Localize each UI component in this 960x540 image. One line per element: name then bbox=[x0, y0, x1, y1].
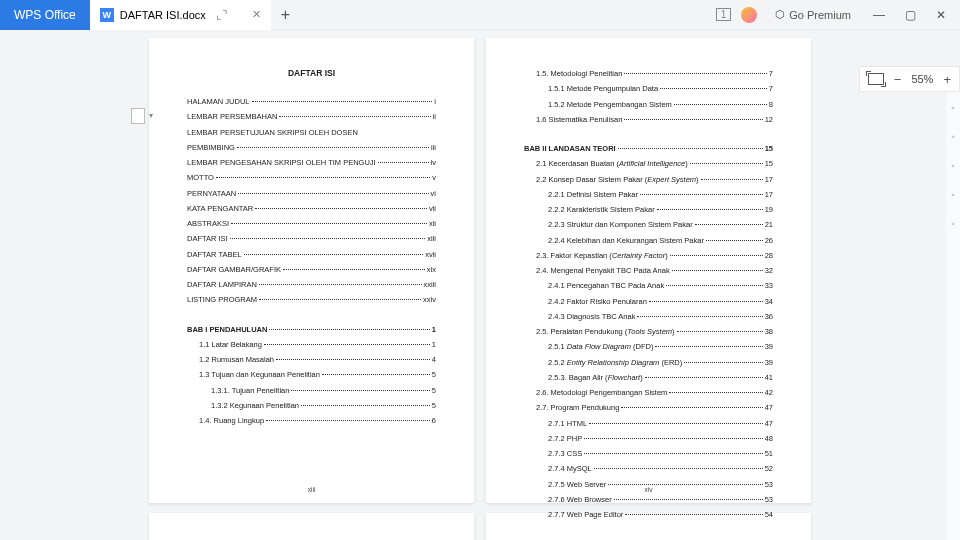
toc-line: 1.5.2 Metode Pengembangan Sistem8 bbox=[524, 99, 773, 110]
toc-line: 2.2.3 Struktur dan Komponen Sistem Pakar… bbox=[524, 219, 773, 230]
toc-line: HALAMAN JUDULi bbox=[187, 96, 436, 107]
toc-line: 2.7.6 Web Browser53 bbox=[524, 494, 773, 505]
titlebar: WPS Office W DAFTAR ISI.docx ⌞⌝ ✕ + 1 ⬡ … bbox=[0, 0, 960, 30]
sidetool-1[interactable]: ◦ bbox=[951, 102, 955, 113]
word-doc-icon: W bbox=[100, 8, 114, 22]
page-xv-stub bbox=[149, 513, 474, 540]
toc-line: 1.1 Latar Belakang1 bbox=[187, 339, 436, 350]
notification-badge[interactable]: 1 bbox=[716, 8, 732, 21]
toc-line: MOTTOv bbox=[187, 172, 436, 183]
page-xiii: DAFTAR ISI HALAMAN JUDULiLEMBAR PERSEMBA… bbox=[149, 38, 474, 503]
zoom-toolbar: − 55% + bbox=[859, 66, 960, 92]
toc-line: 2.7. Program Pendukung47 bbox=[524, 402, 773, 413]
toc-line: 2.2.1 Definisi Sistem Pakar17 bbox=[524, 189, 773, 200]
toc-bab2-head: BAB II LANDASAN TEORI15 bbox=[524, 143, 773, 154]
toc-line: 1.3.1. Tujuan Penelitian5 bbox=[187, 385, 436, 396]
toc-line: 2.7.7 Web Page Editor54 bbox=[524, 509, 773, 520]
toc-line: 2.7.4 MySQL52 bbox=[524, 463, 773, 474]
toc-line: PERNYATAANvi bbox=[187, 188, 436, 199]
toc-line: 2.2.2 Karakteristik Sistem Pakar19 bbox=[524, 204, 773, 215]
sidetool-3[interactable]: ◦ bbox=[951, 160, 955, 171]
toc-line: 1.4. Ruang Lingkup6 bbox=[187, 415, 436, 426]
crown-icon: ⬡ bbox=[775, 8, 785, 21]
toc-line: PEMBIMBINGiii bbox=[187, 142, 436, 153]
fit-page-icon[interactable] bbox=[868, 73, 884, 85]
toc-title: DAFTAR ISI bbox=[187, 68, 436, 78]
toc-bab1-head: BAB I PENDAHULUAN1 bbox=[187, 324, 436, 335]
new-tab-button[interactable]: + bbox=[271, 6, 300, 24]
toc-line: 2.2 Konsep Dasar Sistem Pakar (Expert Sy… bbox=[524, 174, 773, 185]
toc-line: 1.5.1 Metode Pengumpulan Data7 bbox=[524, 83, 773, 94]
toc-line: DAFTAR LAMPIRANxxiii bbox=[187, 279, 436, 290]
toc-line: 1.3 Tujuan dan Kegunaan Penelitian5 bbox=[187, 369, 436, 380]
toc-line: 2.4.2 Faktor Risiko Penularan34 bbox=[524, 296, 773, 307]
page-number: xiv bbox=[486, 486, 811, 493]
toc-line: 2.7.3 CSS51 bbox=[524, 448, 773, 459]
toc-line: 2.3. Faktor Kepastian (Certainty Factor)… bbox=[524, 250, 773, 261]
close-window-button[interactable]: ✕ bbox=[932, 6, 950, 24]
toc-line: 1.5. Metodologi Penelitian7 bbox=[524, 68, 773, 79]
page-outline-icon[interactable] bbox=[131, 108, 145, 124]
toc-line: ABSTRAKSIxii bbox=[187, 218, 436, 229]
toc-line: 2.6. Metodologi Pengembangan Sistem42 bbox=[524, 387, 773, 398]
zoom-value: 55% bbox=[911, 73, 933, 85]
maximize-button[interactable]: ▢ bbox=[901, 6, 920, 24]
toc-line: 1.3.2 Kegunaan Penelitian5 bbox=[187, 400, 436, 411]
toc-line: DAFTAR GAMBAR/GRAFIKxix bbox=[187, 264, 436, 275]
toc-line: LEMBAR PENGESAHAN SKRIPSI OLEH TIM PENGU… bbox=[187, 157, 436, 168]
user-avatar[interactable] bbox=[741, 7, 757, 23]
tab-wps-home[interactable]: WPS Office bbox=[0, 0, 90, 30]
go-premium-button[interactable]: ⬡ Go Premium bbox=[767, 5, 859, 24]
page-number: xiii bbox=[149, 486, 474, 493]
toc-line: LISTING PROGRAMxxiv bbox=[187, 294, 436, 305]
toc-line: 2.4.1 Pencegahan TBC Pada Anak33 bbox=[524, 280, 773, 291]
toc-line: 2.5.2 Entity Relationship Diagram (ERD)3… bbox=[524, 357, 773, 368]
toc-line: 2.4.3 Diagnosis TBC Anak36 bbox=[524, 311, 773, 322]
toc-line: 2.5. Peralatan Pendukung (Tools System)3… bbox=[524, 326, 773, 337]
sidetool-4[interactable]: ◦ bbox=[951, 189, 955, 200]
toc-line: 1.2 Rumusan Masalah4 bbox=[187, 354, 436, 365]
right-sidetools: ◦ ◦ ◦ ◦ ◦ bbox=[946, 92, 960, 540]
zoom-in-button[interactable]: + bbox=[943, 72, 951, 87]
tab-doc-title: DAFTAR ISI.docx bbox=[120, 9, 206, 21]
minimize-button[interactable]: — bbox=[869, 6, 889, 24]
tab-document[interactable]: W DAFTAR ISI.docx ⌞⌝ ✕ bbox=[90, 0, 271, 30]
toc-line: 2.5.1 Data Flow Diagram (DFD)39 bbox=[524, 341, 773, 352]
toc-line: 1.6 Sistematika Penulisan12 bbox=[524, 114, 773, 125]
toc-line: LEMBAR PERSETUJUAN SKRIPSI OLEH DOSEN bbox=[187, 127, 436, 138]
document-viewport: − 55% + ◦ ◦ ◦ ◦ ◦ DAFTAR ISI HALAMAN JUD… bbox=[0, 30, 960, 540]
toc-bab1-items: 1.1 Latar Belakang11.2 Rumusan Masalah41… bbox=[187, 339, 436, 427]
close-tab-button[interactable]: ✕ bbox=[252, 8, 261, 21]
zoom-out-button[interactable]: − bbox=[894, 72, 902, 87]
toc-line: DAFTAR TABELxvii bbox=[187, 249, 436, 260]
toc-line: 2.7.1 HTML47 bbox=[524, 418, 773, 429]
toc-line: 2.5.3. Bagan Alir (Flowchart)41 bbox=[524, 372, 773, 383]
toc-line: KATA PENGANTARvii bbox=[187, 203, 436, 214]
toc-line: 2.4. Mengenal Penyakit TBC Pada Anak32 bbox=[524, 265, 773, 276]
page-xiv: 1.5. Metodologi Penelitian71.5.1 Metode … bbox=[486, 38, 811, 503]
toc-bab2-items: 2.1 Kecerdasan Buatan (Artificial Intell… bbox=[524, 158, 773, 520]
toc-line: 2.2.4 Kelebihan dan Kekurangan Sistem Pa… bbox=[524, 235, 773, 246]
toc-front-matter: HALAMAN JUDULiLEMBAR PERSEMBAHANiiLEMBAR… bbox=[187, 96, 436, 306]
toc-line: 2.1 Kecerdasan Buatan (Artificial Intell… bbox=[524, 158, 773, 169]
toc-line: 2.7.2 PHP48 bbox=[524, 433, 773, 444]
comment-icon[interactable]: ⌞⌝ bbox=[216, 8, 228, 22]
sidetool-2[interactable]: ◦ bbox=[951, 131, 955, 142]
toc-line: LEMBAR PERSEMBAHANii bbox=[187, 111, 436, 122]
sidetool-5[interactable]: ◦ bbox=[951, 218, 955, 229]
toc-top-continue: 1.5. Metodologi Penelitian71.5.1 Metode … bbox=[524, 68, 773, 125]
premium-label: Go Premium bbox=[789, 9, 851, 21]
toc-line: DAFTAR ISIxiii bbox=[187, 233, 436, 244]
